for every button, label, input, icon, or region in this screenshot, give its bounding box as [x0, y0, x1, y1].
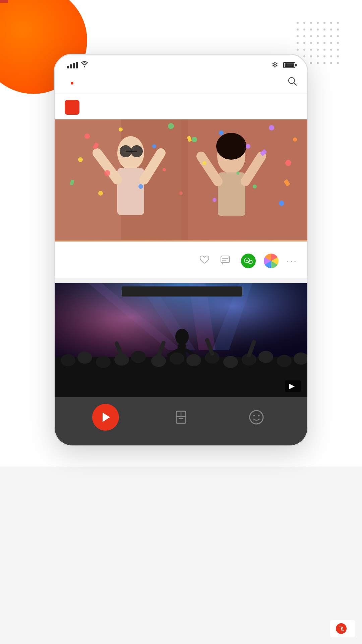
wifi-icon [80, 61, 88, 69]
svg-point-52 [250, 262, 251, 262]
watermark-bar [0, 0, 8, 3]
status-bar: ✻ [55, 55, 307, 73]
status-left [67, 61, 88, 69]
svg-line-1 [294, 83, 296, 85]
svg-point-18 [119, 127, 123, 131]
hashtag-badge [65, 100, 79, 115]
svg-point-37 [163, 168, 166, 171]
svg-point-90 [253, 415, 255, 417]
svg-point-27 [246, 144, 250, 149]
search-icon[interactable] [287, 76, 297, 89]
phone-mockup-wrapper: ✻ [0, 54, 362, 446]
svg-point-91 [258, 415, 259, 417]
article-image [55, 119, 307, 241]
watermark-logo-icon: 飞 [335, 623, 347, 635]
signal-bars [67, 62, 78, 68]
like-action[interactable] [199, 255, 212, 267]
svg-point-19 [168, 123, 174, 129]
svg-point-29 [98, 191, 103, 196]
emoji-icon [249, 410, 264, 425]
play-icon: ▶ [289, 382, 295, 390]
svg-rect-43 [221, 256, 230, 263]
partial-article-title [55, 437, 307, 445]
svg-rect-61 [122, 286, 242, 297]
svg-point-76 [223, 356, 238, 368]
svg-point-74 [186, 354, 201, 366]
bottom-player-bar [55, 397, 307, 437]
svg-point-42 [213, 198, 217, 202]
svg-point-38 [202, 161, 206, 165]
svg-point-67 [61, 354, 75, 366]
status-right: ✻ [272, 61, 295, 69]
svg-point-16 [216, 133, 246, 160]
emoji-button[interactable] [243, 404, 270, 431]
hashtag-row [55, 94, 307, 119]
heart-icon [199, 255, 209, 267]
bookmark-button[interactable] [168, 404, 194, 431]
battery-icon [283, 62, 295, 68]
share-pinwheel-button[interactable] [264, 254, 279, 268]
comment-action[interactable] [220, 255, 233, 267]
svg-point-78 [258, 351, 273, 363]
svg-rect-6 [117, 168, 144, 215]
nav-tabs [55, 73, 307, 94]
video-player[interactable]: ▶ [55, 283, 307, 397]
svg-point-21 [269, 125, 274, 130]
svg-text:飞: 飞 [339, 626, 344, 632]
svg-point-22 [293, 138, 297, 142]
video-duration: ▶ [285, 380, 301, 392]
feed-card-2: ▶ [55, 283, 307, 445]
article-meta: ··· [55, 251, 307, 271]
hero-title [0, 0, 362, 34]
svg-point-31 [279, 201, 284, 206]
svg-point-48 [246, 260, 247, 261]
feed-container: ··· [55, 94, 307, 445]
svg-point-51 [249, 262, 250, 262]
feed-card-1: ··· [55, 94, 307, 278]
hero-section: // Generate dots const grid = document.q… [0, 0, 362, 467]
svg-point-71 [131, 351, 146, 363]
svg-point-20 [219, 130, 224, 135]
play-button[interactable] [92, 404, 119, 431]
svg-point-47 [244, 258, 250, 263]
svg-point-24 [104, 170, 110, 176]
svg-rect-13 [218, 172, 245, 216]
svg-point-25 [152, 144, 156, 148]
bluetooth-icon: ✻ [272, 61, 278, 69]
svg-point-41 [179, 192, 183, 195]
article-title [55, 241, 307, 251]
play-triangle-icon [103, 413, 110, 422]
more-options-button[interactable]: ··· [287, 256, 297, 266]
bottom-watermark: 飞 [330, 620, 355, 637]
svg-point-79 [277, 355, 292, 367]
svg-point-89 [250, 411, 263, 424]
svg-point-30 [253, 184, 257, 189]
svg-point-69 [96, 356, 111, 368]
phone-mockup: ✻ [54, 54, 308, 446]
bookmark-icon [173, 409, 189, 425]
svg-point-49 [247, 260, 248, 261]
meta-actions: ··· [199, 254, 297, 268]
svg-point-23 [78, 157, 83, 162]
svg-point-26 [192, 137, 197, 142]
play-btn-circle[interactable] [92, 404, 119, 431]
svg-point-68 [77, 352, 92, 364]
share-wechat-button[interactable] [241, 254, 256, 268]
svg-point-39 [236, 171, 240, 175]
svg-point-17 [84, 133, 90, 139]
comment-icon [220, 255, 230, 267]
svg-point-62 [175, 329, 189, 345]
svg-point-40 [138, 184, 143, 189]
svg-point-73 [170, 353, 184, 365]
svg-point-28 [285, 160, 291, 166]
